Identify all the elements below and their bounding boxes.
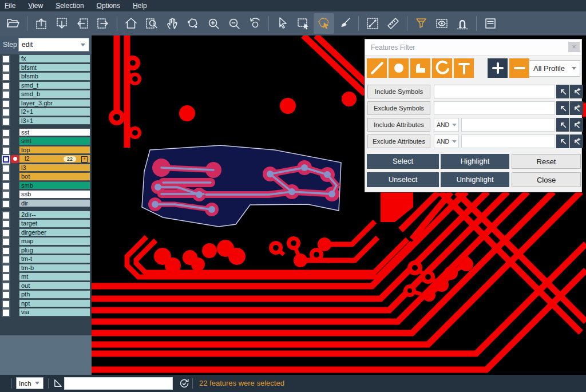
reset-button[interactable]: Reset — [512, 154, 581, 169]
layer-row-sst[interactable]: sst — [0, 128, 92, 137]
layer-name-bar[interactable]: npt — [19, 299, 90, 308]
layer-checkbox[interactable] — [2, 308, 10, 317]
menu-view[interactable]: View — [28, 2, 43, 10]
import-top-button[interactable] — [31, 13, 52, 34]
layer-name-bar[interactable]: smd_b — [19, 90, 90, 98]
layer-row-tm-t[interactable]: tm-t — [0, 255, 92, 264]
layer-name-bar[interactable]: l3 — [19, 164, 90, 172]
layer-name-bar[interactable]: out — [19, 282, 90, 290]
layers-panel-button[interactable] — [480, 13, 501, 34]
layer-name-bar[interactable]: ssb — [19, 190, 90, 199]
layer-checkbox[interactable] — [2, 73, 10, 81]
unhighlight-button[interactable]: Unhighlight — [441, 172, 509, 187]
measure-distance-button[interactable] — [362, 13, 383, 34]
exclude-attributes-input[interactable] — [461, 134, 555, 148]
include-attributes-pick-add-button[interactable] — [570, 118, 583, 132]
zoom-area-button[interactable] — [141, 13, 162, 34]
close-button[interactable]: Close — [512, 172, 581, 187]
layer-name-bar[interactable]: sst — [19, 128, 90, 137]
include-symbols-pick-button[interactable] — [556, 85, 569, 98]
layer-row-smt[interactable]: smt — [0, 137, 92, 146]
selected-features[interactable] — [142, 145, 341, 227]
layer-checkbox[interactable] — [2, 200, 10, 208]
import-bottom-button[interactable] — [52, 13, 72, 34]
layer-row-npt[interactable]: npt — [0, 299, 92, 308]
layer-row-2dir--[interactable]: 2dir-- — [0, 211, 92, 220]
features-filter-button[interactable] — [411, 13, 431, 34]
layer-row-dir[interactable]: dir — [0, 199, 92, 208]
layer-row-map[interactable]: map — [0, 237, 92, 246]
display-options-button[interactable] — [431, 13, 452, 34]
exclude-symbols-pick-button[interactable] — [556, 101, 569, 115]
layer-name-bar[interactable]: plug — [19, 246, 90, 255]
layer-row-top[interactable]: top — [0, 146, 92, 155]
layer-row-target[interactable]: target — [0, 219, 92, 228]
unit-select[interactable]: Inch — [16, 377, 43, 389]
layer-name-bar[interactable]: smd_t — [19, 81, 90, 90]
open-button[interactable] — [3, 13, 23, 34]
command-input[interactable] — [64, 377, 173, 390]
filter-line-button[interactable] — [367, 58, 387, 78]
filter-add-mode-button[interactable] — [488, 58, 508, 78]
layer-checkbox[interactable] — [2, 173, 10, 181]
close-icon[interactable]: × — [568, 42, 580, 52]
layer-row-l2[interactable]: l222+ — [0, 155, 92, 164]
layer-name-bar[interactable]: dirgerber — [19, 228, 90, 237]
exclude-attributes-operator-select[interactable]: AND — [434, 134, 459, 148]
layer-row-l3+1[interactable]: l3+1 — [0, 117, 92, 126]
layer-name-bar[interactable]: target — [19, 219, 90, 228]
layer-checkbox[interactable] — [2, 291, 10, 299]
include-attributes-input[interactable] — [461, 118, 555, 132]
dialog-title-bar[interactable]: Features Filter × — [365, 39, 581, 56]
layer-name-bar[interactable]: pth — [19, 290, 90, 299]
polygon-select-button[interactable] — [314, 13, 334, 34]
zoom-out-button[interactable] — [224, 13, 244, 34]
layer-checkbox[interactable] — [2, 300, 10, 308]
layer-checkbox[interactable] — [2, 90, 10, 99]
layer-row-plug[interactable]: plug — [0, 246, 92, 255]
layer-checkbox[interactable] — [2, 129, 10, 137]
layer-row-smb[interactable]: smb — [0, 181, 92, 191]
layer-row-fx[interactable]: fx — [0, 54, 92, 64]
layer-row-smd_t[interactable]: smd_t — [0, 81, 92, 90]
step-select[interactable]: edit — [18, 38, 89, 52]
filter-remove-mode-button[interactable] — [509, 58, 529, 78]
layer-row-l3[interactable]: l3 — [0, 164, 92, 173]
layer-name-bar[interactable]: map — [19, 237, 90, 246]
exclude-symbols-input[interactable] — [434, 101, 555, 115]
corner-angle-icon[interactable] — [53, 378, 64, 389]
filter-arc-button[interactable] — [432, 58, 452, 78]
clear-highlight-button[interactable] — [334, 13, 355, 34]
layer-name-bar[interactable]: dir — [19, 199, 90, 208]
layer-checkbox[interactable] — [2, 155, 10, 164]
select-button[interactable]: Select — [367, 154, 439, 169]
refresh-icon[interactable] — [179, 378, 190, 389]
layer-checkbox[interactable] — [2, 220, 10, 228]
layer-checkbox[interactable] — [2, 137, 10, 146]
exclude-attributes-pick-button[interactable] — [556, 134, 569, 148]
layer-row-layer_3.gbr[interactable]: layer_3.gbr — [0, 99, 92, 108]
layer-name-bar[interactable]: smt — [19, 137, 90, 145]
layer-name-bar[interactable]: fx — [19, 54, 90, 63]
layer-checkbox[interactable] — [2, 273, 10, 282]
layer-checkbox[interactable] — [2, 164, 10, 173]
menu-options[interactable]: Options — [97, 2, 120, 10]
layer-checkbox[interactable] — [2, 82, 10, 90]
layer-checkbox[interactable] — [2, 211, 10, 220]
layer-name-bar[interactable]: top — [19, 146, 90, 155]
filter-pad-button[interactable] — [389, 58, 409, 78]
layer-checkbox[interactable] — [2, 146, 10, 155]
highlight-button[interactable]: Highlight — [441, 154, 509, 169]
layer-name-bar[interactable]: l222+ — [19, 155, 90, 163]
filter-text-button[interactable] — [454, 58, 474, 78]
layer-row-bot[interactable]: bot — [0, 172, 92, 181]
import-right-button[interactable] — [93, 13, 113, 34]
layer-name-bar[interactable]: smb — [19, 181, 90, 190]
include-symbols-input[interactable] — [434, 85, 555, 98]
exclude-attributes-pick-add-button[interactable] — [570, 134, 583, 148]
polygon-zoom-button[interactable] — [183, 13, 203, 34]
layer-checkbox[interactable] — [2, 247, 10, 255]
layer-name-bar[interactable]: l2+1 — [19, 108, 90, 116]
layer-row-l2+1[interactable]: l2+1 — [0, 108, 92, 117]
layer-checkbox[interactable] — [2, 100, 10, 108]
